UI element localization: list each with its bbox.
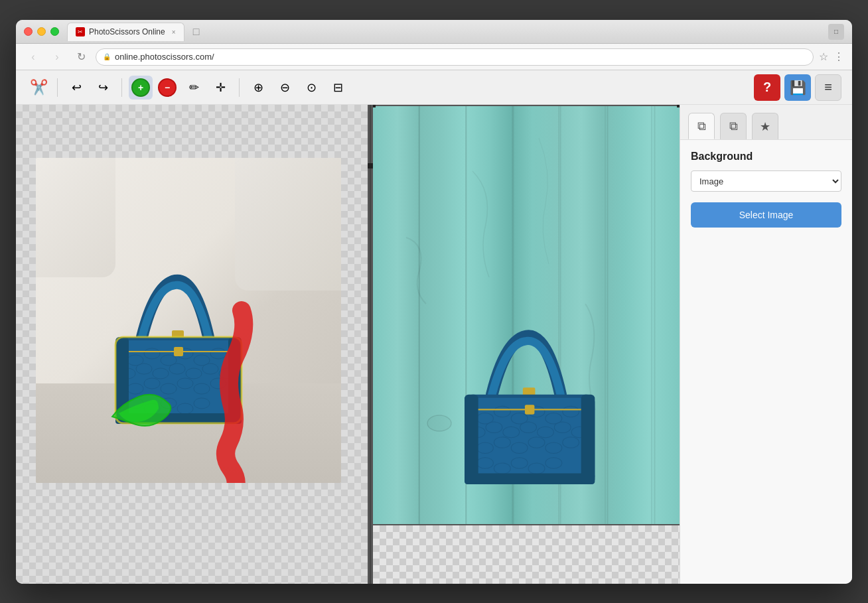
scissors-logo-button[interactable]: ✂️ [27, 76, 50, 100]
tab-title: PhotoScissors Online [89, 27, 165, 36]
svg-rect-71 [465, 395, 478, 484]
background-section-title: Background [691, 151, 841, 163]
undo-button[interactable]: ↩ [64, 76, 88, 100]
back-button[interactable]: ‹ [24, 48, 42, 66]
zoom-reset-button[interactable]: ⊙ [299, 76, 323, 100]
background-type-select[interactable]: Image Color None [691, 170, 841, 192]
minimize-button[interactable] [37, 27, 46, 36]
close-button[interactable] [24, 27, 33, 36]
window-icon: □ [828, 24, 844, 40]
sidebar-tab-copy[interactable]: ⧉ [720, 113, 747, 139]
tab-close-icon[interactable]: × [172, 29, 176, 36]
svg-rect-70 [465, 474, 595, 485]
maximize-button[interactable] [50, 27, 59, 36]
bottom-checker-strip [373, 524, 680, 584]
browser-menu-icon[interactable]: ⋮ [833, 50, 844, 63]
result-image-container [373, 105, 680, 524]
navbar: ‹ › ↻ 🔒 online.photoscissors.com/ ☆ ⋮ [16, 44, 852, 70]
copy-icon: ⧉ [729, 119, 738, 133]
move-button[interactable]: ✛ [208, 76, 232, 100]
zoom-out-button[interactable]: ⊖ [273, 76, 297, 100]
toolbar-right: ? 💾 ≡ [754, 74, 841, 101]
address-bar[interactable]: 🔒 online.photoscissors.com/ [96, 48, 814, 66]
zoom-in-button[interactable]: ⊕ [246, 76, 270, 100]
tab-bar: ✂ PhotoScissors Online × □ [67, 23, 828, 41]
bookmark-star-icon[interactable]: ☆ [819, 50, 828, 63]
svg-rect-72 [581, 395, 595, 484]
new-tab-button[interactable]: □ [187, 23, 206, 41]
browser-tab[interactable]: ✂ PhotoScissors Online × [67, 23, 184, 41]
red-circle-icon: − [158, 78, 177, 97]
toolbar-separator-2 [121, 78, 122, 97]
top-border [373, 105, 680, 106]
teal-background [373, 105, 680, 524]
right-sidebar: ⧉ ⧉ ★ Background Image Color None Select… [680, 105, 852, 584]
right-panel[interactable] [373, 105, 680, 584]
traffic-lights [24, 27, 59, 36]
sidebar-content: Background Image Color None Select Image [680, 140, 852, 584]
window-controls: □ [828, 24, 844, 40]
green-marker-button[interactable]: + [129, 76, 153, 100]
sidebar-tab-star[interactable]: ★ [752, 113, 778, 139]
refresh-button[interactable]: ↻ [72, 48, 90, 66]
svg-rect-69 [525, 405, 534, 414]
forward-button[interactable]: › [48, 48, 66, 66]
app-menu-button[interactable]: ≡ [815, 74, 841, 101]
nav-actions: ☆ ⋮ [819, 50, 844, 63]
left-panel[interactable] [16, 105, 368, 584]
eraser-button[interactable]: ✏ [182, 76, 206, 100]
redo-button[interactable]: ↪ [91, 76, 115, 100]
star-icon: ★ [760, 119, 770, 134]
lock-icon: 🔒 [103, 53, 111, 60]
toolbar-separator-1 [57, 78, 58, 97]
select-image-button[interactable]: Select Image [691, 202, 841, 228]
sidebar-tabs: ⧉ ⧉ ★ [680, 105, 852, 140]
layers-icon: ⧉ [697, 119, 706, 133]
toolbar: ✂️ ↩ ↪ + − ✏ ✛ ⊕ ⊖ [16, 70, 852, 105]
bag-image-right [420, 299, 632, 504]
corner-handle-tl[interactable] [373, 105, 376, 107]
canvas-area[interactable] [16, 105, 680, 584]
sidebar-tab-layers[interactable]: ⧉ [688, 113, 715, 139]
panel-divider[interactable] [368, 105, 373, 584]
zoom-fit-button[interactable]: ⊟ [326, 76, 350, 100]
address-text: online.photoscissors.com/ [115, 52, 214, 62]
green-circle-icon: + [131, 78, 150, 97]
save-button[interactable]: 💾 [784, 74, 811, 101]
help-button[interactable]: ? [754, 74, 780, 101]
tab-favicon: ✂ [76, 27, 85, 36]
main-content: ⧉ ⧉ ★ Background Image Color None Select… [16, 105, 852, 584]
corner-handle-tr[interactable] [677, 105, 680, 107]
red-marker-overlay [36, 158, 341, 483]
toolbar-separator-3 [239, 78, 240, 97]
title-bar: ✂ PhotoScissors Online × □ □ [16, 20, 852, 44]
red-marker-button[interactable]: − [155, 76, 179, 100]
